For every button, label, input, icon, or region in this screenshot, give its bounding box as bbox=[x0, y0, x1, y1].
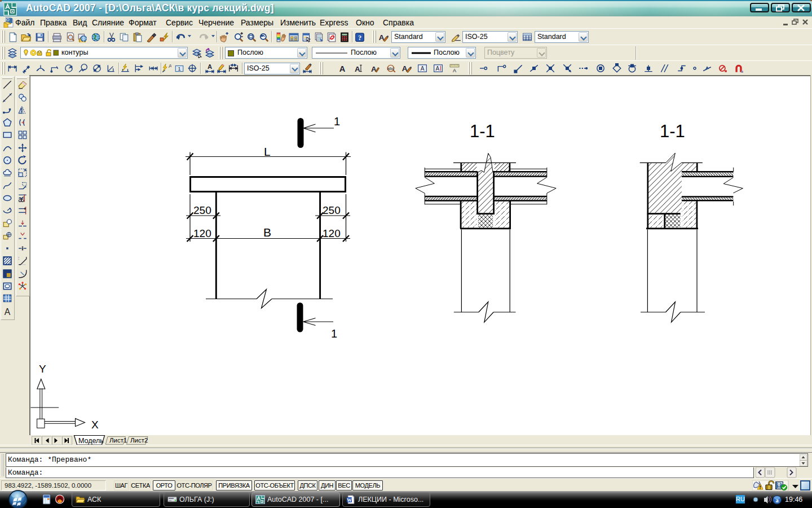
svg-text:?: ? bbox=[358, 34, 361, 42]
svg-text:250: 250 bbox=[323, 204, 341, 216]
svg-text:A: A bbox=[453, 68, 456, 73]
svg-text:X: X bbox=[91, 419, 99, 431]
svg-text:L: L bbox=[264, 145, 271, 158]
svg-text:A: A bbox=[355, 65, 360, 73]
svg-text:120: 120 bbox=[193, 227, 211, 239]
svg-text:Y: Y bbox=[39, 363, 46, 375]
svg-text:A: A bbox=[208, 63, 212, 70]
svg-text:A: A bbox=[339, 64, 346, 73]
svg-text:Модель: Модель bbox=[78, 437, 104, 445]
svg-text:1: 1 bbox=[334, 115, 340, 128]
svg-text:1-1: 1-1 bbox=[660, 121, 685, 141]
svg-text:Лист2: Лист2 bbox=[130, 437, 148, 444]
svg-text:1-1: 1-1 bbox=[470, 121, 495, 141]
svg-text:1: 1 bbox=[331, 327, 337, 340]
svg-text:250: 250 bbox=[193, 204, 211, 216]
svg-text:120: 120 bbox=[323, 227, 341, 239]
svg-text:B: B bbox=[263, 226, 271, 239]
svg-text:A: A bbox=[436, 65, 440, 72]
svg-text:W: W bbox=[347, 497, 352, 503]
svg-text:a: a bbox=[775, 497, 779, 503]
svg-text:Лист1: Лист1 bbox=[109, 437, 127, 444]
svg-text:A: A bbox=[421, 65, 425, 72]
svg-text:1: 1 bbox=[178, 66, 180, 72]
svg-text:A: A bbox=[169, 63, 171, 69]
